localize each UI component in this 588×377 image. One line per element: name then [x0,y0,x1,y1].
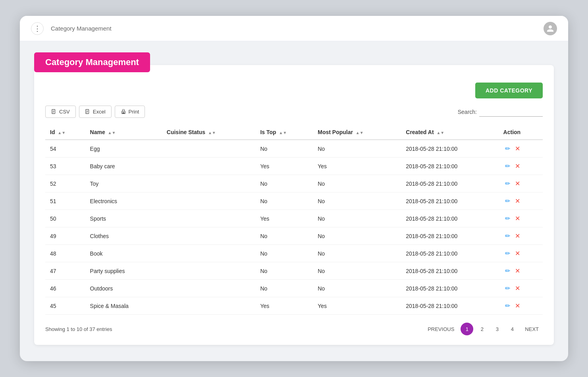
cell-id: 54 [45,140,85,158]
cell-cuisine-status [162,245,256,262]
table-row: 54 Egg No No 2018-05-28 21:10:00 ✏ ✕ [45,140,543,158]
topbar: ⋮ Category Management [20,16,568,41]
cell-name: Egg [85,140,162,158]
edit-button[interactable]: ✏ [503,249,512,258]
sort-arrows-name: ▲▼ [108,131,116,135]
delete-button[interactable]: ✕ [513,214,522,223]
cell-action: ✏ ✕ [499,140,543,158]
delete-button[interactable]: ✕ [513,144,522,153]
edit-button[interactable]: ✏ [503,162,512,171]
edit-button[interactable]: ✏ [503,231,512,240]
col-id: Id ▲▼ [45,125,85,140]
table-footer: Showing 1 to 10 of 37 entries PREVIOUS 1… [45,323,543,335]
table-row: 50 Sports Yes No 2018-05-28 21:10:00 ✏ ✕ [45,210,543,227]
main-card: ADD CATEGORY CSV [34,65,554,345]
cell-name: Sports [85,210,162,227]
edit-button[interactable]: ✏ [503,144,512,153]
cell-cuisine-status [162,140,256,158]
delete-button[interactable]: ✕ [513,196,522,206]
edit-button[interactable]: ✏ [503,301,512,310]
cell-most-popular: No [313,192,401,210]
add-button-row: ADD CATEGORY [45,76,543,98]
sort-arrows-created: ▲▼ [436,131,444,135]
csv-export-button[interactable]: CSV [45,106,76,118]
search-input[interactable] [479,107,543,117]
edit-button[interactable]: ✏ [503,196,512,206]
search-area: Search: [458,107,543,117]
page-3-button[interactable]: 3 [491,323,503,335]
cell-name: Outdoors [85,280,162,297]
cell-cuisine-status [162,158,256,175]
cell-is-top: No [255,227,313,245]
edit-button[interactable]: ✏ [503,266,512,275]
cell-action: ✏ ✕ [499,175,543,192]
cell-most-popular: Yes [313,297,401,315]
cell-action: ✏ ✕ [499,227,543,245]
svg-rect-9 [122,109,124,111]
cell-created-at: 2018-05-28 21:10:00 [401,245,498,262]
page-4-button[interactable]: 4 [506,323,519,335]
cell-created-at: 2018-05-28 21:10:00 [401,192,498,210]
cell-cuisine-status [162,210,256,227]
delete-button[interactable]: ✕ [513,301,522,310]
sort-arrows-popular: ▲▼ [356,131,364,135]
table-header-row: Id ▲▼ Name ▲▼ Cuisine Status ▲▼ Is Top ▲… [45,125,543,140]
col-most-popular: Most Popular ▲▼ [313,125,401,140]
sort-arrows-cuisine: ▲▼ [208,131,216,135]
cell-is-top: No [255,280,313,297]
cell-created-at: 2018-05-28 21:10:00 [401,297,498,315]
cell-name: Electronics [85,192,162,210]
main-content: Category Management ADD CATEGORY CSV [20,41,568,361]
col-is-top: Is Top ▲▼ [255,125,313,140]
table-row: 53 Baby care Yes Yes 2018-05-28 21:10:00… [45,158,543,175]
cell-name: Spice & Masala [85,297,162,315]
next-button[interactable]: NEXT [521,324,543,335]
cell-action: ✏ ✕ [499,262,543,280]
delete-button[interactable]: ✕ [513,231,522,240]
page-1-button[interactable]: 1 [461,323,473,335]
cell-action: ✏ ✕ [499,280,543,297]
table-row: 47 Party supplies No No 2018-05-28 21:10… [45,262,543,280]
cell-cuisine-status [162,227,256,245]
page-2-button[interactable]: 2 [476,323,488,335]
excel-icon [85,109,91,115]
cell-name: Clothes [85,227,162,245]
delete-button[interactable]: ✕ [513,179,522,188]
cell-created-at: 2018-05-28 21:10:00 [401,210,498,227]
cell-action: ✏ ✕ [499,210,543,227]
cell-most-popular: No [313,280,401,297]
print-button[interactable]: Print [115,106,145,118]
cell-name: Baby care [85,158,162,175]
cell-id: 53 [45,158,85,175]
delete-button[interactable]: ✕ [513,249,522,258]
pagination: PREVIOUS 1 2 3 4 NEXT [424,323,543,335]
app-frame: ⋮ Category Management Category Managemen… [20,16,568,361]
delete-button[interactable]: ✕ [513,284,522,293]
cell-is-top: No [255,245,313,262]
user-icon [546,25,554,33]
previous-button[interactable]: PREVIOUS [424,324,458,335]
avatar[interactable] [544,22,557,35]
cell-is-top: Yes [255,210,313,227]
edit-button[interactable]: ✏ [503,284,512,293]
cell-is-top: No [255,262,313,280]
table-row: 45 Spice & Masala Yes Yes 2018-05-28 21:… [45,297,543,315]
delete-button[interactable]: ✕ [513,162,522,171]
table-row: 46 Outdoors No No 2018-05-28 21:10:00 ✏ … [45,280,543,297]
cell-is-top: No [255,140,313,158]
topbar-title: Category Management [51,25,112,32]
page-title-badge: Category Management [34,52,150,72]
categories-table: Id ▲▼ Name ▲▼ Cuisine Status ▲▼ Is Top ▲… [45,125,543,315]
add-category-button[interactable]: ADD CATEGORY [475,83,543,98]
excel-label: Excel [93,109,106,115]
cell-created-at: 2018-05-28 21:10:00 [401,262,498,280]
menu-dots-button[interactable]: ⋮ [31,22,44,35]
col-cuisine-status: Cuisine Status ▲▼ [162,125,256,140]
delete-button[interactable]: ✕ [513,266,522,275]
edit-button[interactable]: ✏ [503,214,512,223]
cell-id: 48 [45,245,85,262]
excel-export-button[interactable]: Excel [79,106,112,118]
cell-action: ✏ ✕ [499,245,543,262]
edit-button[interactable]: ✏ [503,179,512,188]
cell-most-popular: No [313,245,401,262]
